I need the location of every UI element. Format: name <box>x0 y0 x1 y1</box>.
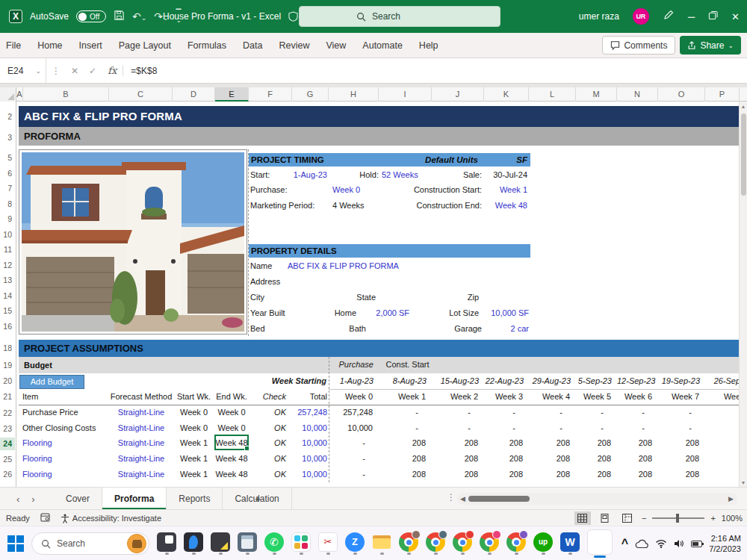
purchase-week-cell[interactable]: Week 0 <box>332 182 360 197</box>
week-value-cell[interactable]: 208 <box>529 451 570 467</box>
bing-icon[interactable] <box>184 532 203 552</box>
taskbar-search[interactable]: Search <box>31 532 149 555</box>
zoom-in-button[interactable]: + <box>710 514 715 523</box>
sticky-notes-icon[interactable] <box>211 532 230 552</box>
check-cell[interactable]: OK <box>249 405 286 420</box>
column-header-A[interactable]: A <box>16 87 23 102</box>
week-value-cell[interactable]: 208 <box>529 467 570 482</box>
tab-insert[interactable]: Insert <box>79 40 102 51</box>
row-header-3[interactable]: 3 <box>0 131 15 144</box>
calculator-icon[interactable] <box>238 532 257 552</box>
word-icon[interactable]: W <box>560 532 580 552</box>
column-header-I[interactable]: I <box>379 87 432 102</box>
week-date-3[interactable]: 22-Aug-23 <box>484 373 524 389</box>
total-cell[interactable]: 257,248 <box>292 405 327 420</box>
week-value-cell[interactable]: - <box>379 405 418 420</box>
whatsapp-icon[interactable]: ✆ <box>264 532 284 552</box>
add-budget-button[interactable]: Add Budget <box>19 375 84 389</box>
week-date-2[interactable]: 15-Aug-23 <box>432 373 479 389</box>
start-week-cell[interactable]: Week 1 <box>173 451 215 467</box>
property-photo[interactable] <box>19 149 247 335</box>
sheet-tab-proforma[interactable]: Proforma <box>102 488 167 510</box>
column-header-D[interactable]: D <box>173 87 215 102</box>
week-value-cell[interactable]: 208 <box>484 435 523 451</box>
chrome-icon[interactable] <box>399 532 418 552</box>
zoom-slider[interactable] <box>652 517 704 519</box>
method-cell[interactable]: Straight-Line <box>109 451 173 467</box>
week-value-cell[interactable]: 208 <box>658 451 699 467</box>
horizontal-scrollbar[interactable]: ◀ ▶ <box>457 493 737 505</box>
save-icon[interactable] <box>114 10 125 23</box>
week-value-cell[interactable]: 208 <box>484 467 523 482</box>
column-header-L[interactable]: L <box>529 87 576 102</box>
method-cell[interactable]: Straight-Line <box>109 435 173 451</box>
sheet-canvas[interactable]: ABC FIX & FLIP PRO FORMA PROFORMA <box>16 102 740 487</box>
item-cell[interactable]: Other Closing Costs <box>22 420 106 436</box>
speaker-icon[interactable] <box>674 539 684 548</box>
row-header-22[interactable]: 22 <box>0 407 15 420</box>
row-header-12[interactable]: 12 <box>0 259 15 272</box>
zoom-out-button[interactable]: − <box>642 514 646 523</box>
week-value-cell[interactable]: 208 <box>379 451 426 467</box>
zoom-slider-thumb[interactable] <box>676 514 679 523</box>
row-header-6[interactable]: 6 <box>0 167 15 180</box>
row-header-19[interactable]: 19 <box>0 359 15 372</box>
construction-end-cell[interactable]: Week 48 <box>484 198 527 213</box>
wifi-icon[interactable] <box>655 539 667 548</box>
week-value-cell[interactable]: - <box>379 420 418 436</box>
chrome-icon[interactable] <box>453 532 472 552</box>
app-icon-squares[interactable] <box>157 532 176 552</box>
check-cell[interactable]: OK <box>249 467 286 482</box>
excel-app-icon[interactable]: X <box>9 10 22 23</box>
column-header-O[interactable]: O <box>658 87 705 102</box>
tab-help[interactable]: Help <box>419 40 438 51</box>
column-header-P[interactable]: P <box>705 87 740 102</box>
week-value-cell[interactable]: - <box>529 420 562 436</box>
tray-chevron-icon[interactable]: ^ <box>622 537 628 550</box>
undo-icon[interactable]: ↶⌄ <box>132 10 146 22</box>
end-week-cell[interactable]: Week 48 <box>213 451 250 467</box>
row-header-26[interactable]: 26 <box>0 468 15 481</box>
week-value-cell[interactable]: - <box>329 467 365 482</box>
row-header-8[interactable]: 8 <box>0 198 15 211</box>
marketing-period-cell[interactable]: 4 Weeks <box>332 198 365 213</box>
file-explorer-icon[interactable] <box>372 532 391 552</box>
tab-automate[interactable]: Automate <box>362 40 403 51</box>
week-value-cell[interactable]: 208 <box>576 451 611 467</box>
comments-button[interactable]: Comments <box>602 36 675 55</box>
column-header-E[interactable]: E <box>215 87 249 102</box>
end-week-cell[interactable]: Week 48 <box>213 467 250 482</box>
row-header-16[interactable]: 16 <box>0 320 15 333</box>
week-value-cell[interactable]: - <box>576 420 604 436</box>
row-header-25[interactable]: 25 <box>0 453 15 466</box>
zoom-level[interactable]: 100% <box>722 514 743 523</box>
week-label-8[interactable]: Week 8 <box>705 389 740 405</box>
selected-cell-outline[interactable] <box>214 435 249 450</box>
macro-record-icon[interactable] <box>40 513 50 523</box>
insert-function-icon[interactable]: fx <box>102 65 123 76</box>
item-cell[interactable]: Flooring <box>22 435 106 451</box>
week-date-0[interactable]: 1-Aug-23 <box>329 373 374 389</box>
property-name-cell[interactable]: ABC FIX & FLIP PRO FORMA <box>288 258 399 273</box>
tab-review[interactable]: Review <box>279 40 309 51</box>
week-value-cell[interactable]: 208 <box>379 435 426 451</box>
week-date-6[interactable]: 12-Sep-23 <box>617 373 653 389</box>
week-date-5[interactable]: 5-Sep-23 <box>576 373 612 389</box>
week-date-1[interactable]: 8-Aug-23 <box>379 373 427 389</box>
onedrive-icon[interactable] <box>635 539 648 549</box>
row-header-24[interactable]: 24 <box>0 438 15 450</box>
column-header-J[interactable]: J <box>432 87 484 102</box>
scroll-down-icon[interactable]: ▼ <box>740 480 747 485</box>
week-label-6[interactable]: Week 6 <box>617 389 652 405</box>
battery-icon[interactable] <box>691 541 702 547</box>
week-value-cell[interactable]: - <box>484 405 515 420</box>
units-value[interactable]: SF <box>484 153 527 167</box>
row-header-21[interactable]: 21 <box>0 391 15 403</box>
total-cell[interactable]: 10,000 <box>292 467 327 482</box>
week-label-7[interactable]: Week 7 <box>658 389 699 405</box>
vscroll-thumb[interactable] <box>741 113 746 196</box>
week-label-3[interactable]: Week 3 <box>484 389 523 405</box>
sheet-nav-next-icon[interactable]: › <box>31 494 34 505</box>
week-value-cell[interactable]: 208 <box>617 451 652 467</box>
week-label-4[interactable]: Week 4 <box>529 389 570 405</box>
